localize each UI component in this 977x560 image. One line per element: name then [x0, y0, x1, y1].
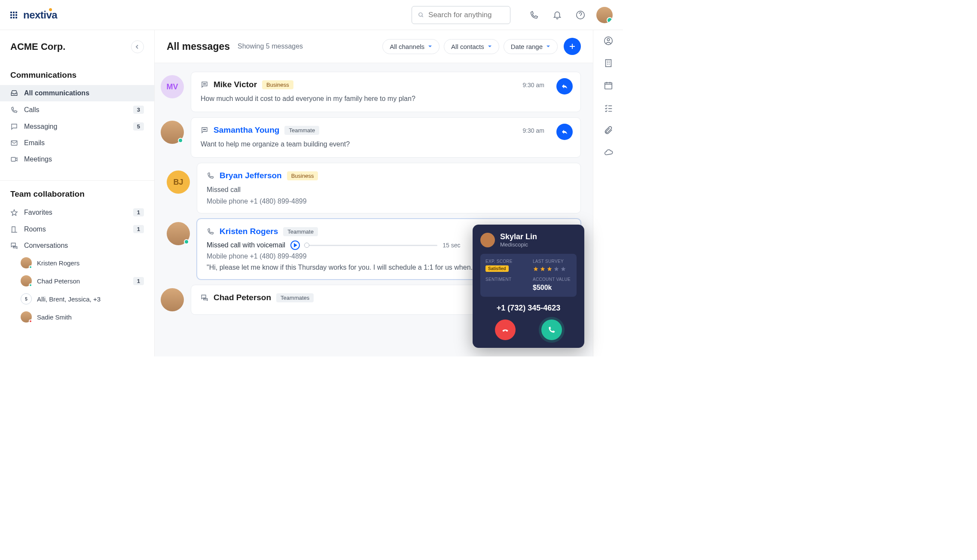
nav-messaging[interactable]: Messaging 5: [0, 118, 154, 135]
conversation-name: Kristen Rogers: [37, 259, 144, 267]
message-card[interactable]: Samantha YoungTeammateWant to help me or…: [191, 117, 581, 158]
star-icon: [540, 266, 546, 272]
right-rail: [593, 30, 623, 356]
nav-emails[interactable]: Emails: [0, 135, 154, 151]
nav-all-communications[interactable]: All communications: [0, 85, 154, 101]
nav-conversations[interactable]: Conversations: [0, 237, 154, 254]
svg-point-5: [204, 84, 205, 85]
sender-name: Bryan Jefferson: [220, 171, 282, 180]
message-avatar: BJ: [167, 170, 190, 194]
avatar: 5: [21, 293, 32, 304]
contact-tag: Business: [262, 80, 293, 89]
phone-icon: [207, 228, 214, 235]
missed-call-label: Missed call: [207, 185, 571, 195]
page-subtitle: Showing 5 messages: [238, 43, 303, 50]
sender-name: Kristen Rogers: [220, 227, 278, 236]
caret-down-icon: [428, 44, 432, 49]
bell-icon[interactable]: [553, 10, 562, 20]
new-message-button[interactable]: [564, 38, 581, 55]
filter-channels[interactable]: All channels: [382, 39, 440, 54]
star-icon: [547, 266, 553, 272]
building-icon[interactable]: [604, 58, 613, 68]
filter-date[interactable]: Date range: [504, 39, 558, 54]
phone-label: Mobile phone +1 (480) 899-4899: [207, 198, 571, 205]
attachment-icon[interactable]: [604, 125, 613, 135]
user-avatar[interactable]: [596, 7, 613, 23]
decline-call-button[interactable]: [495, 320, 516, 340]
nav-favorites[interactable]: Favorites 1: [0, 204, 154, 221]
phone-icon[interactable]: [529, 10, 539, 20]
calendar-icon[interactable]: [604, 81, 613, 90]
svg-point-4: [203, 84, 204, 85]
profile-icon[interactable]: [604, 36, 613, 46]
nav-rooms[interactable]: Rooms 1: [0, 221, 154, 237]
svg-point-6: [205, 84, 206, 85]
hangup-icon: [501, 326, 510, 334]
voicemail-label: Missed call with voicemail: [207, 241, 285, 249]
caller-avatar: [480, 233, 495, 247]
chat-icon: [201, 126, 208, 134]
star-icon: [560, 266, 566, 272]
logo: nextiva: [23, 9, 57, 21]
accept-call-button[interactable]: [541, 320, 562, 340]
star-icon: [533, 266, 539, 272]
conversation-item[interactable]: 5Alli, Brent, Jessica, +3: [0, 290, 154, 308]
conversation-item[interactable]: Kristen Rogers: [0, 254, 154, 272]
avatar: [21, 311, 32, 323]
chat-icon: [201, 81, 208, 88]
tasks-icon[interactable]: [604, 103, 613, 113]
org-name: ACME Corp.: [10, 41, 65, 52]
conversation-item[interactable]: Chad Peterson1: [0, 272, 154, 290]
reply-icon: [561, 83, 568, 90]
caret-down-icon: [546, 44, 550, 49]
collapse-sidebar-button[interactable]: [131, 40, 144, 53]
reply-button[interactable]: [556, 78, 573, 94]
nav-calls[interactable]: Calls 3: [0, 101, 154, 118]
sender-name: Chad Peterson: [214, 293, 271, 302]
star-icon: [553, 266, 559, 272]
message-card[interactable]: Mike VictorBusinessHow much would it cos…: [191, 72, 581, 112]
contact-tag: Teammate: [283, 227, 318, 236]
video-icon: [10, 155, 18, 163]
message-time: 9:30 am: [522, 127, 544, 134]
search-icon: [418, 12, 424, 18]
svg-point-9: [205, 129, 206, 130]
caller-name: Skylar Lin: [500, 232, 537, 241]
message-avatar: [161, 121, 184, 144]
voicemail-scrubber[interactable]: [304, 245, 437, 246]
conversation-item[interactable]: Sadie Smith: [0, 308, 154, 326]
app-switcher-icon[interactable]: [10, 12, 17, 18]
help-icon[interactable]: [576, 10, 585, 20]
play-voicemail-button[interactable]: [290, 240, 300, 250]
sender-name: Mike Victor: [214, 80, 257, 89]
svg-rect-3: [11, 158, 15, 161]
survey-stars: [533, 266, 571, 272]
reply-button[interactable]: [556, 124, 573, 140]
conversation-name: Alli, Brent, Jessica, +3: [37, 295, 144, 303]
sender-name: Samantha Young: [214, 125, 279, 135]
message-body: How much would it cost to add everyone i…: [201, 94, 571, 104]
phone-icon: [10, 106, 18, 114]
search-input[interactable]: [412, 6, 510, 24]
svg-point-8: [204, 129, 205, 130]
door-icon: [10, 225, 18, 233]
page-title: All messages: [167, 41, 230, 52]
message-card[interactable]: Bryan JeffersonBusinessMissed callMobile…: [197, 163, 581, 213]
message-time: 9:30 am: [522, 82, 544, 88]
contact-tag: Teammate: [284, 126, 319, 135]
svg-rect-12: [605, 60, 611, 67]
voicemail-duration: 15 sec: [443, 242, 460, 249]
avatar: [21, 275, 32, 286]
filter-contacts[interactable]: All contacts: [444, 39, 499, 54]
contact-tag: Business: [287, 171, 318, 180]
satisfaction-badge: Satisfied: [485, 265, 509, 272]
svg-point-7: [203, 129, 204, 130]
conversation-name: Sadie Smith: [37, 313, 144, 321]
chats-icon: [10, 242, 18, 250]
svg-point-11: [607, 39, 610, 41]
cloud-icon[interactable]: [604, 148, 613, 157]
nav-meetings[interactable]: Meetings: [0, 151, 154, 167]
search-field[interactable]: [428, 11, 504, 19]
conversation-name: Chad Peterson: [37, 277, 133, 285]
svg-point-0: [419, 12, 422, 16]
